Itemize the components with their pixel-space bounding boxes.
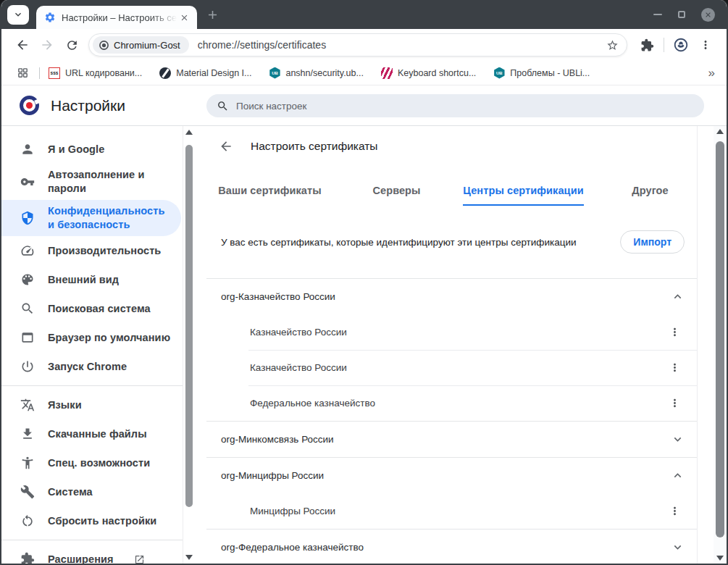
certificate-group-header[interactable]: org-Минцифры России: [206, 458, 697, 493]
bookmark-star-button[interactable]: [602, 35, 622, 55]
bookmark-item[interactable]: UBПроблемы - UBLi...: [493, 67, 590, 79]
reload-button[interactable]: [59, 33, 84, 57]
sidebar-item[interactable]: Конфиденциальность и безопасность: [1, 200, 181, 236]
scroll-down-arrow-icon[interactable]: [185, 555, 193, 560]
scroll-down-arrow-icon[interactable]: [716, 556, 724, 561]
browser-icon: [20, 330, 35, 345]
sidebar-item[interactable]: Внешний вид: [1, 265, 183, 294]
bookmark-item[interactable]: UBanshn/security.ub...: [269, 67, 363, 79]
more-actions-button[interactable]: [664, 501, 685, 522]
extensions-button[interactable]: [635, 33, 659, 57]
translate-icon: [20, 398, 35, 412]
address-bar[interactable]: Chromium-Gost chrome://settings/certific…: [88, 33, 627, 56]
wrench-icon: [20, 485, 35, 499]
certificate-tab[interactable]: Ваши сертификаты: [206, 167, 333, 206]
scroll-up-arrow-icon[interactable]: [716, 129, 724, 134]
accessibility-icon: [20, 456, 35, 470]
scrollbar-thumb[interactable]: [716, 141, 724, 537]
certificate-group-header[interactable]: org-Минкомсвязь России: [206, 422, 697, 457]
sidebar-item-label: Производительность: [48, 244, 161, 258]
sidebar-item[interactable]: Система: [1, 477, 183, 506]
sidebar-item[interactable]: Поисковая система: [1, 294, 183, 323]
more-actions-button[interactable]: [664, 393, 685, 414]
sidebar-item[interactable]: Скачанные файлы: [1, 419, 183, 448]
settings-search-box[interactable]: [206, 94, 704, 117]
browser-toolbar: Chromium-Gost chrome://settings/certific…: [1, 29, 727, 61]
tab-search-button[interactable]: [7, 5, 29, 25]
certificate-name: Казначейство России: [250, 327, 664, 338]
main-scrollbar[interactable]: [714, 126, 727, 564]
key-icon: [20, 175, 35, 189]
restore-button[interactable]: [678, 11, 685, 18]
sidebar-item-label: Система: [48, 485, 93, 499]
sidebar-item[interactable]: Расширения: [1, 545, 183, 564]
bookmarks-overflow-button[interactable]: »: [708, 66, 715, 80]
sidebar-item[interactable]: Я и Google: [1, 135, 183, 164]
certificate-tab[interactable]: Центры сертификации: [460, 167, 587, 206]
sidebar-item[interactable]: Языки: [1, 390, 183, 419]
bookmark-label: Material Design I...: [176, 68, 251, 78]
more-actions-button[interactable]: [664, 322, 685, 343]
sidebar-scrollbar[interactable]: [183, 126, 195, 564]
tab-close-button[interactable]: [177, 10, 191, 25]
new-tab-button[interactable]: [206, 8, 219, 22]
bookmark-label: anshn/security.ub...: [285, 68, 363, 78]
apps-grid-icon: [17, 67, 29, 79]
page-back-button[interactable]: [213, 133, 239, 159]
back-arrow-icon: [15, 38, 30, 52]
sidebar-item-label: Я и Google: [48, 143, 104, 156]
import-button[interactable]: Импорт: [620, 230, 685, 254]
kebab-menu-icon: [669, 505, 681, 517]
profile-avatar-icon: [673, 37, 689, 53]
download-icon: [20, 427, 35, 441]
sidebar-item[interactable]: Автозаполнение и пароли: [1, 164, 183, 200]
scrollbar-thumb[interactable]: [185, 145, 193, 507]
group-name: org-Минцифры России: [221, 470, 671, 481]
forward-button[interactable]: [35, 33, 59, 57]
sidebar-item[interactable]: Сбросить настройки: [1, 506, 183, 535]
bookmark-label: Keyboard shortcu...: [398, 68, 476, 78]
url-text[interactable]: chrome://settings/certificates: [198, 39, 602, 51]
minimize-icon: [653, 14, 662, 15]
certificate-group-header[interactable]: org-Казначейство России: [206, 279, 697, 314]
certificate-tab[interactable]: Серверы: [333, 167, 460, 206]
puzzle-icon: [20, 552, 35, 564]
bookmark-item[interactable]: sssURL кодировани...: [49, 67, 142, 79]
certificate-tab[interactable]: Другое: [587, 167, 714, 206]
certificate-groups-list: org-Казначейство РоссииКазначейство Росс…: [206, 278, 697, 564]
bookmark-items: sssURL кодировани...Material Design I...…: [49, 67, 607, 79]
settings-gear-favicon: [44, 12, 56, 23]
ub-favicon: UB: [493, 67, 505, 79]
apps-grid-button[interactable]: [13, 64, 32, 83]
bookmark-item[interactable]: Keyboard shortcu...: [381, 67, 476, 79]
sidebar-item-label: Языки: [48, 398, 82, 412]
kebab-menu-icon: [669, 361, 681, 374]
more-actions-button[interactable]: [664, 358, 685, 378]
browser-window: Настройки – Настроить сер: [0, 0, 728, 565]
settings-search-input[interactable]: [236, 101, 694, 112]
sidebar-item-label: Расширения: [48, 553, 114, 564]
back-button[interactable]: [10, 33, 35, 57]
certificate-name: Федеральное казначейство: [250, 398, 664, 409]
sidebar-item-label: Запуск Chrome: [48, 360, 127, 374]
browser-menu-button[interactable]: [693, 33, 718, 57]
sidebar-item[interactable]: Производительность: [1, 236, 183, 265]
site-chip[interactable]: Chromium-Gost: [93, 36, 189, 54]
minimize-button[interactable]: [653, 14, 662, 15]
back-arrow-icon: [219, 139, 233, 154]
profile-button[interactable]: [669, 33, 693, 57]
sidebar-item[interactable]: Спец. возможности: [1, 448, 183, 477]
sidebar-item[interactable]: Браузер по умолчанию: [1, 323, 183, 352]
search-icon: [20, 301, 35, 316]
forward-arrow-icon: [40, 38, 54, 52]
browser-tab-settings[interactable]: Настройки – Настроить сер: [36, 6, 197, 29]
scroll-up-arrow-icon[interactable]: [185, 130, 193, 135]
certificate-row: Федеральное казначейство: [206, 385, 697, 421]
description-row: У вас есть сертификаты, которые идентифи…: [206, 206, 697, 278]
bookmark-item[interactable]: Material Design I...: [159, 67, 251, 79]
reload-icon: [65, 38, 79, 52]
puzzle-icon: [640, 38, 654, 52]
close-window-button[interactable]: [701, 8, 715, 22]
certificate-group-header[interactable]: org-Федеральное казначейство: [206, 530, 697, 564]
sidebar-item[interactable]: Запуск Chrome: [1, 352, 183, 381]
